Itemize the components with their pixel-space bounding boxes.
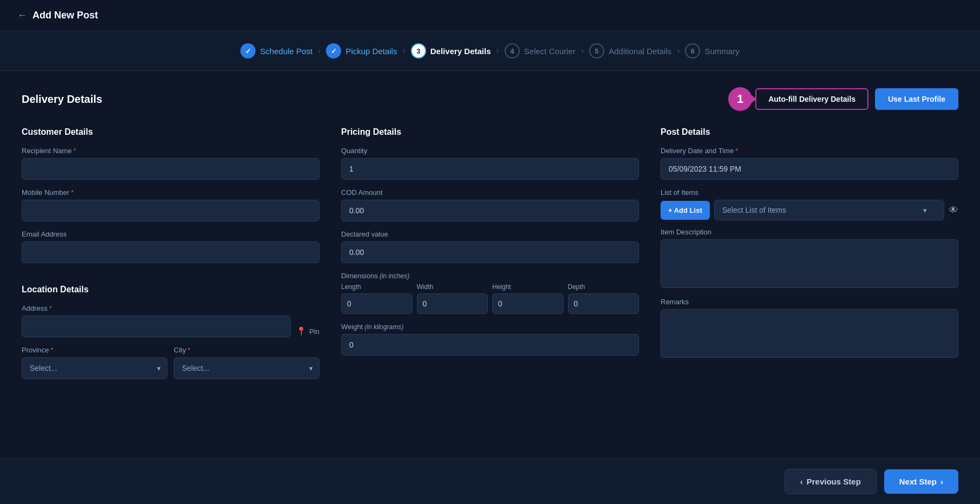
width-input[interactable]	[417, 293, 488, 314]
list-of-items-label: List of Items	[661, 188, 958, 197]
city-select[interactable]: Select...	[174, 357, 319, 379]
delivery-details-title: Delivery Details	[22, 93, 102, 106]
page-title: Add New Post	[32, 10, 98, 21]
depth-input[interactable]	[568, 293, 639, 314]
city-field: City * Select... ▾	[174, 346, 319, 379]
step-2: ✓ Pickup Details	[326, 43, 397, 58]
address-row: 📍 Pin	[22, 316, 319, 337]
length-label: Length	[341, 283, 413, 291]
cod-amount-input[interactable]	[341, 200, 639, 221]
remarks-label: Remarks	[661, 298, 958, 306]
province-label: Province *	[22, 346, 167, 354]
eye-icon[interactable]: 👁	[949, 205, 958, 216]
add-list-button[interactable]: + Add List	[661, 201, 710, 220]
step-6: 6 Summary	[685, 43, 739, 58]
col-pricing: Pricing Details Quantity COD Amount Decl…	[341, 127, 639, 379]
weight-note: (in kilograms)	[364, 323, 403, 331]
stepper-bar: ✓ Schedule Post › ✓ Pickup Details › 3 D…	[0, 31, 980, 71]
section-header-row: Delivery Details 1 Auto-fill Delivery De…	[22, 87, 958, 111]
top-bar: ← Add New Post	[0, 0, 980, 31]
pricing-details-title: Pricing Details	[341, 127, 639, 137]
chevron-2: ›	[402, 46, 405, 56]
pin-icon: 📍	[296, 326, 306, 336]
location-details-title: Location Details	[22, 285, 319, 294]
bottom-navigation: ‹ Previous Step Next Step ›	[0, 459, 980, 504]
previous-step-label: Previous Step	[807, 477, 861, 486]
post-details-title: Post Details	[661, 127, 958, 137]
length-input[interactable]	[341, 293, 413, 314]
email-address-input[interactable]	[22, 241, 319, 263]
required-star-delivery-date: *	[735, 147, 738, 155]
weight-input[interactable]	[341, 334, 639, 356]
tooltip-badge-wrap: 1 Auto-fill Delivery Details	[728, 87, 868, 111]
city-select-wrap: Select... ▾	[174, 357, 319, 379]
height-field: Height	[492, 283, 564, 314]
address-input[interactable]	[22, 316, 291, 337]
step-5-label: Additional Details	[609, 47, 671, 56]
step-3-label: Delivery Details	[430, 47, 491, 56]
pin-label: Pin	[309, 328, 319, 336]
step-1-label: Schedule Post	[260, 47, 312, 56]
declared-value-label: Declared value	[341, 230, 639, 238]
next-step-label: Next Step	[899, 477, 937, 486]
chevron-5: ›	[677, 46, 680, 56]
step-2-icon: ✓	[326, 43, 341, 58]
address-input-wrap	[22, 316, 291, 337]
step-5: 5 Additional Details	[589, 43, 671, 58]
previous-step-button[interactable]: ‹ Previous Step	[785, 469, 877, 494]
declared-value-input[interactable]	[341, 241, 639, 263]
mobile-number-label: Mobile Number *	[22, 188, 319, 197]
step-1: ✓ Schedule Post	[240, 43, 312, 58]
province-city-row: Province * Select... ▾ City	[22, 346, 319, 379]
step-4-icon: 4	[505, 43, 520, 58]
depth-label: Depth	[568, 283, 639, 291]
dimensions-label: Dimensions (in inches)	[341, 272, 639, 280]
location-section: Location Details Address * 📍 Pin	[22, 285, 319, 379]
weight-label: Weight (in kilograms)	[341, 323, 639, 331]
required-star-recipient: *	[74, 147, 76, 155]
required-star-address: *	[49, 304, 52, 312]
delivery-date-input[interactable]	[661, 158, 958, 180]
pin-button[interactable]: 📍 Pin	[296, 326, 319, 337]
item-description-label: Item Description	[661, 228, 958, 236]
remarks-textarea[interactable]	[661, 309, 958, 358]
step-3: 3 Delivery Details	[411, 43, 491, 58]
item-description-textarea[interactable]	[661, 239, 958, 288]
dimensions-note: (in inches)	[380, 272, 409, 280]
width-field: Width	[417, 283, 488, 314]
delivery-date-label: Delivery Date and Time *	[661, 147, 958, 155]
step-2-label: Pickup Details	[345, 47, 397, 56]
province-select[interactable]: Select...	[22, 357, 167, 379]
col-customer: Customer Details Recipient Name * Mobile…	[22, 127, 319, 379]
city-label: City *	[174, 346, 319, 354]
chevron-4: ›	[581, 46, 584, 56]
header-actions: 1 Auto-fill Delivery Details Use Last Pr…	[728, 87, 958, 111]
autofill-button[interactable]: Auto-fill Delivery Details	[755, 88, 868, 110]
dimensions-grid: Length Width Height Depth	[341, 283, 639, 314]
badge-circle: 1	[728, 87, 752, 111]
recipient-name-input[interactable]	[22, 158, 319, 180]
height-input[interactable]	[492, 293, 564, 314]
list-select-wrap: Select List of Items ▾	[714, 200, 944, 220]
chevron-1: ›	[318, 46, 321, 56]
province-field: Province * Select... ▾	[22, 346, 167, 379]
mobile-number-input[interactable]	[22, 200, 319, 221]
email-address-label: Email Address	[22, 230, 319, 238]
depth-field: Depth	[568, 283, 639, 314]
chevron-3: ›	[496, 46, 499, 56]
list-of-items-row: + Add List Select List of Items ▾ 👁	[661, 200, 958, 220]
back-arrow[interactable]: ←	[17, 10, 27, 21]
customer-details-title: Customer Details	[22, 127, 319, 137]
next-step-button[interactable]: Next Step ›	[884, 469, 958, 494]
main-content: Delivery Details 1 Auto-fill Delivery De…	[0, 71, 980, 433]
required-star-mobile: *	[71, 188, 74, 197]
quantity-input[interactable]	[341, 158, 639, 180]
height-label: Height	[492, 283, 564, 291]
use-last-profile-button[interactable]: Use Last Profile	[875, 88, 958, 110]
step-4-label: Select Courier	[524, 47, 576, 56]
quantity-label: Quantity	[341, 147, 639, 155]
required-star-province: *	[51, 346, 54, 354]
list-of-items-select[interactable]: Select List of Items	[714, 200, 944, 220]
address-label: Address *	[22, 304, 319, 312]
step-6-label: Summary	[704, 47, 739, 56]
